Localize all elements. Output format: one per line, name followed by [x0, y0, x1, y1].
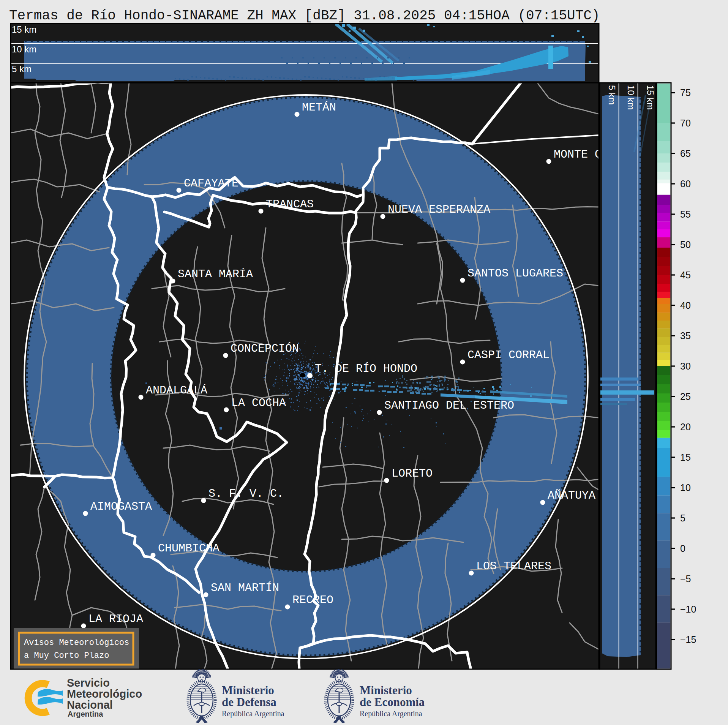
svg-text:LOS TELARES: LOS TELARES	[476, 560, 551, 573]
svg-text:Ministerio: Ministerio	[222, 684, 274, 697]
svg-text:ANDALGALÁ: ANDALGALÁ	[146, 384, 207, 397]
svg-text:0: 0	[680, 543, 685, 554]
svg-text:−15: −15	[680, 634, 696, 645]
svg-text:15 km: 15 km	[12, 24, 36, 35]
svg-text:METÁN: METÁN	[302, 101, 336, 114]
svg-text:70: 70	[680, 118, 691, 128]
svg-text:T. DE RÍO HONDO: T. DE RÍO HONDO	[315, 362, 417, 375]
svg-text:CHUMBICHA: CHUMBICHA	[158, 542, 220, 555]
svg-text:Ministerio: Ministerio	[360, 684, 412, 697]
svg-text:a Muy Corto Plazo: a Muy Corto Plazo	[24, 651, 109, 660]
svg-text:SANTIAGO DEL ESTERO: SANTIAGO DEL ESTERO	[384, 399, 514, 412]
svg-text:LA COCHA: LA COCHA	[231, 396, 286, 409]
svg-text:15: 15	[680, 452, 691, 463]
svg-text:Avisos Meteorológicos: Avisos Meteorológicos	[24, 638, 129, 648]
svg-text:LA RIOJA: LA RIOJA	[88, 613, 143, 625]
svg-text:40: 40	[680, 300, 691, 311]
svg-text:65: 65	[680, 148, 691, 159]
svg-text:5: 5	[680, 513, 685, 523]
svg-text:−5: −5	[680, 573, 691, 584]
svg-text:Nacional: Nacional	[67, 699, 113, 711]
svg-text:de Economía: de Economía	[360, 695, 425, 709]
svg-text:SAN MARTÍN: SAN MARTÍN	[211, 581, 279, 594]
svg-text:10 km: 10 km	[12, 44, 36, 54]
svg-text:35: 35	[680, 330, 691, 341]
svg-text:50: 50	[680, 239, 691, 250]
svg-text:20: 20	[680, 422, 691, 432]
svg-text:60: 60	[680, 178, 691, 189]
svg-text:10: 10	[680, 482, 691, 493]
svg-text:75: 75	[680, 87, 691, 98]
svg-text:5 km: 5 km	[12, 64, 32, 74]
svg-text:10 km: 10 km	[626, 85, 636, 110]
svg-text:25: 25	[680, 391, 691, 402]
svg-text:Meteorológico: Meteorológico	[67, 688, 142, 700]
svg-text:CAFAYATE: CAFAYATE	[184, 177, 238, 190]
svg-text:Argentina: Argentina	[68, 710, 103, 718]
svg-text:30: 30	[680, 361, 691, 371]
svg-text:de Defensa: de Defensa	[222, 695, 276, 709]
svg-text:República Argentina: República Argentina	[360, 709, 422, 718]
svg-text:−10: −10	[680, 604, 696, 614]
svg-text:NUEVA ESPERANZA: NUEVA ESPERANZA	[388, 203, 490, 216]
svg-text:RECREO: RECREO	[292, 594, 333, 607]
svg-text:SANTOS LUGARES: SANTOS LUGARES	[467, 267, 563, 280]
svg-text:SANTA MARÍA: SANTA MARÍA	[178, 268, 253, 281]
svg-text:AÑATUYA: AÑATUYA	[548, 489, 595, 502]
svg-text:República Argentina: República Argentina	[222, 709, 284, 718]
svg-text:55: 55	[680, 209, 691, 220]
svg-text:5 km: 5 km	[607, 85, 617, 105]
svg-text:45: 45	[680, 270, 691, 280]
svg-text:S. F. V. C.: S. F. V. C.	[208, 487, 284, 500]
svg-text:AIMOGASTA: AIMOGASTA	[90, 500, 152, 513]
svg-text:CONCEPCIÓN: CONCEPCIÓN	[231, 342, 299, 355]
svg-text:Termas de Río Hondo-SINARAME Z: Termas de Río Hondo-SINARAME ZH MAX [dBZ…	[9, 8, 600, 24]
svg-text:TRANCAS: TRANCAS	[266, 198, 314, 211]
svg-text:LORETO: LORETO	[392, 467, 433, 480]
svg-text:CASPI CORRAL: CASPI CORRAL	[467, 349, 550, 362]
svg-text:15 km: 15 km	[645, 85, 655, 110]
svg-text:Servicio: Servicio	[67, 677, 110, 689]
